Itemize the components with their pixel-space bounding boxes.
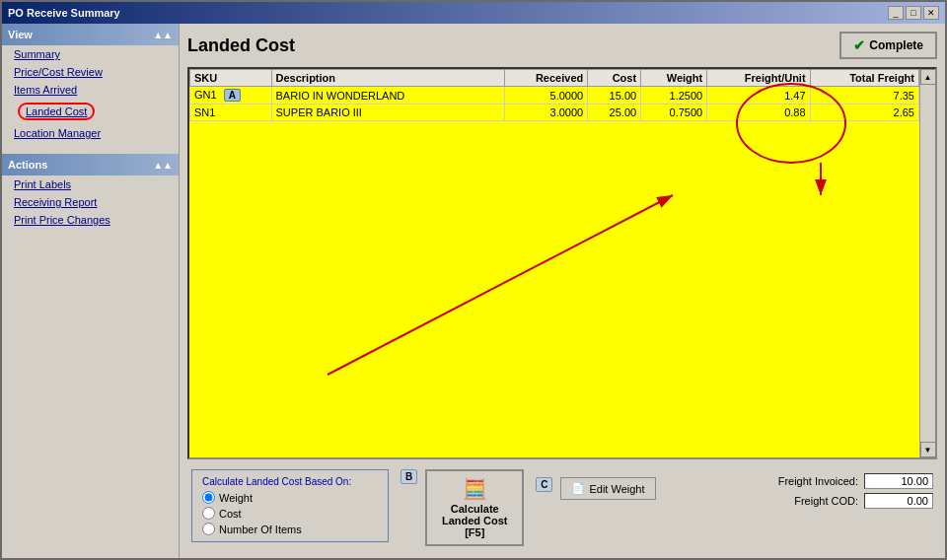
col-sku: SKU (190, 70, 272, 87)
sidebar-item-location-manager[interactable]: Location Manager (2, 124, 179, 142)
sidebar-view-label: View (8, 29, 33, 40)
scroll-up-arrow[interactable]: ▲ (920, 69, 936, 85)
col-description: Description (271, 70, 504, 87)
sidebar-item-print-price-changes[interactable]: Print Price Changes (2, 211, 179, 229)
scroll-down-arrow[interactable]: ▼ (920, 442, 936, 457)
cell-sku-1: SN1 (190, 105, 272, 121)
freight-cod-label: Freight COD: (794, 495, 858, 507)
cell-freight-unit-0: 1.47 (707, 87, 810, 105)
cell-received-0: 5.0000 (504, 87, 588, 105)
edit-weight-button[interactable]: 📄 Edit Weight (560, 477, 655, 500)
calc-options-panel: Calculate Landed Cost Based On: Weight C… (191, 469, 389, 542)
col-weight: Weight (641, 70, 707, 87)
sidebar-item-price-cost-review[interactable]: Price/Cost Review (2, 63, 179, 81)
col-cost: Cost (588, 70, 641, 87)
col-freight-unit: Freight/Unit (707, 70, 810, 87)
table-wrapper[interactable]: SKU Description Received Cost Weight Fre… (189, 69, 919, 457)
cell-weight-0: 1.2500 (641, 87, 707, 105)
freight-invoiced-input[interactable] (864, 473, 933, 489)
col-total-freight: Total Freight (810, 70, 918, 87)
freight-invoiced-label: Freight Invoiced: (778, 475, 858, 487)
col-received: Received (504, 70, 588, 87)
close-button[interactable]: ✕ (923, 6, 939, 20)
sidebar-item-items-arrived[interactable]: Items Arrived (2, 81, 179, 99)
title-bar: PO Receive Summary _ □ ✕ (2, 2, 945, 24)
cell-cost-0: 15.00 (588, 87, 641, 105)
cell-weight-1: 0.7500 (641, 105, 707, 121)
sidebar-actions-section: Actions ▲▲ Print Labels Receiving Report… (2, 154, 179, 229)
complete-button[interactable]: ✔ Complete (839, 32, 937, 59)
sidebar-item-receiving-report[interactable]: Receiving Report (2, 193, 179, 211)
table-scrollbar[interactable]: ▲ ▼ (919, 69, 935, 457)
radio-weight[interactable]: Weight (202, 491, 378, 504)
minimize-button[interactable]: _ (888, 6, 904, 20)
table-row[interactable]: SN1 SUPER BARIO III 3.0000 25.00 0.7500 … (190, 105, 919, 121)
maximize-button[interactable]: □ (906, 6, 921, 20)
window: PO Receive Summary _ □ ✕ View ▲▲ Summary… (0, 0, 947, 560)
calculate-landed-cost-button[interactable]: 🧮 Calculate Landed Cost [F5] (425, 469, 524, 546)
badge-b: B (401, 469, 417, 484)
checkmark-icon: ✔ (853, 37, 865, 53)
cell-desc-0: BARIO IN WONDERLAND (271, 87, 504, 105)
cell-desc-1: SUPER BARIO III (271, 105, 504, 121)
table-row[interactable]: GN1 A BARIO IN WONDERLAND 5.0000 15.00 1… (190, 87, 919, 105)
radio-cost[interactable]: Cost (202, 507, 378, 520)
row-badge-a: A (224, 89, 241, 102)
main-content: Landed Cost ✔ Complete SKU Description (180, 24, 945, 558)
edit-icon: 📄 (571, 482, 585, 495)
sidebar-item-summary[interactable]: Summary (2, 45, 179, 63)
sidebar-actions-label: Actions (8, 159, 47, 171)
freight-cod-row: Freight COD: (778, 493, 933, 509)
window-controls: _ □ ✕ (888, 6, 939, 20)
cell-freight-unit-1: 0.88 (707, 105, 810, 121)
bottom-controls: Calculate Landed Cost Based On: Weight C… (187, 465, 937, 550)
sidebar-item-print-labels[interactable]: Print Labels (2, 175, 179, 193)
freight-cod-input[interactable] (864, 493, 933, 509)
radio-group: Weight Cost Number Of Items (202, 491, 378, 535)
content-area: View ▲▲ Summary Price/Cost Review Items … (2, 24, 945, 558)
radio-number-of-items[interactable]: Number Of Items (202, 523, 378, 535)
svg-line-2 (328, 195, 673, 375)
main-header: Landed Cost ✔ Complete (187, 32, 937, 59)
cell-total-freight-0: 7.35 (810, 87, 918, 105)
sidebar-actions-header: Actions ▲▲ (2, 154, 179, 175)
sidebar-view-collapse-icon[interactable]: ▲▲ (153, 30, 173, 40)
cell-sku-0: GN1 A (190, 87, 272, 105)
freight-invoiced-row: Freight Invoiced: (778, 473, 933, 489)
sidebar-view-section: View ▲▲ Summary Price/Cost Review Items … (2, 24, 179, 142)
sidebar-item-landed-cost[interactable]: Landed Cost (18, 103, 95, 120)
cell-cost-1: 25.00 (588, 105, 641, 121)
sidebar: View ▲▲ Summary Price/Cost Review Items … (2, 24, 180, 558)
landed-cost-table: SKU Description Received Cost Weight Fre… (189, 69, 919, 121)
calc-options-title: Calculate Landed Cost Based On: (202, 476, 378, 487)
page-title: Landed Cost (187, 35, 295, 56)
data-table-container: SKU Description Received Cost Weight Fre… (187, 67, 937, 459)
freight-fields: Freight Invoiced: Freight COD: (778, 473, 933, 509)
cell-received-1: 3.0000 (504, 105, 588, 121)
sidebar-view-header: View ▲▲ (2, 24, 179, 45)
window-title: PO Receive Summary (8, 7, 120, 19)
badge-c: C (536, 477, 552, 492)
calculator-icon: 🧮 (463, 477, 487, 501)
cell-total-freight-1: 2.65 (810, 105, 918, 121)
sidebar-actions-collapse-icon[interactable]: ▲▲ (153, 160, 173, 171)
